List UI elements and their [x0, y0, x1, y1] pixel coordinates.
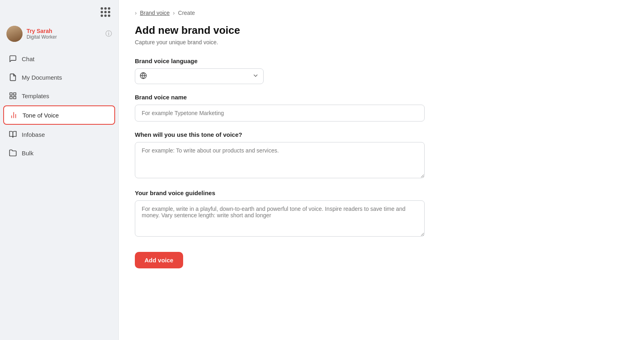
- sidebar-label-tone: Tone of Voice: [23, 112, 59, 119]
- sidebar-item-infobase[interactable]: Infobase: [3, 126, 115, 143]
- breadcrumb-separator: ›: [173, 10, 175, 16]
- page-title: Add new brand voice: [135, 24, 628, 37]
- usage-group: When will you use this tone of voice?: [135, 131, 425, 180]
- sidebar-item-my-documents[interactable]: My Documents: [3, 68, 115, 86]
- sidebar-item-chat[interactable]: Chat: [3, 50, 115, 68]
- bulk-icon: [9, 149, 17, 157]
- tone-icon: [10, 111, 18, 119]
- user-info: Try Sarah Digital Worker: [27, 28, 101, 40]
- guidelines-textarea[interactable]: [135, 200, 425, 237]
- breadcrumb-chevron: ›: [135, 10, 137, 16]
- sidebar-label-bulk: Bulk: [22, 150, 33, 157]
- usage-label: When will you use this tone of voice?: [135, 131, 425, 138]
- user-role: Digital Worker: [27, 34, 101, 40]
- name-label: Brand voice name: [135, 94, 425, 101]
- breadcrumb-parent[interactable]: Brand voice: [140, 10, 170, 16]
- language-select-wrapper: English Spanish French German: [135, 68, 264, 84]
- user-profile[interactable]: Try Sarah Digital Worker ⓘ: [0, 21, 118, 47]
- breadcrumb: › Brand voice › Create: [135, 10, 628, 16]
- svg-rect-1: [14, 93, 16, 95]
- sidebar-nav: Chat My Documents Template: [0, 50, 118, 163]
- sidebar-label-infobase: Infobase: [22, 131, 45, 138]
- globe-icon: [140, 72, 147, 81]
- name-group: Brand voice name: [135, 94, 425, 122]
- infobase-icon: [9, 130, 17, 138]
- sidebar-label-documents: My Documents: [22, 74, 62, 81]
- svg-rect-2: [14, 97, 16, 99]
- sidebar-item-bulk[interactable]: Bulk: [3, 144, 115, 162]
- guidelines-group: Your brand voice guidelines: [135, 190, 425, 238]
- info-icon[interactable]: ⓘ: [105, 30, 112, 38]
- svg-rect-3: [10, 97, 12, 99]
- brand-voice-name-input[interactable]: [135, 105, 425, 122]
- breadcrumb-current: Create: [178, 10, 195, 16]
- user-name: Try Sarah: [27, 28, 101, 34]
- chat-icon: [9, 55, 17, 63]
- avatar: [6, 26, 23, 42]
- add-voice-button[interactable]: Add voice: [135, 252, 183, 268]
- language-label: Brand voice language: [135, 58, 425, 64]
- sidebar-label-templates: Templates: [22, 93, 49, 99]
- sidebar-item-templates[interactable]: Templates: [3, 87, 115, 105]
- svg-rect-0: [10, 93, 12, 95]
- documents-icon: [9, 73, 17, 81]
- sidebar-item-tone-of-voice[interactable]: Tone of Voice: [3, 105, 115, 125]
- usage-textarea[interactable]: [135, 142, 425, 178]
- language-select[interactable]: English Spanish French German: [135, 68, 264, 84]
- logo-icon: [101, 7, 110, 17]
- page-subtitle: Capture your unique brand voice.: [135, 39, 628, 45]
- brand-voice-form: Brand voice language English Spanish Fre…: [135, 58, 425, 268]
- templates-icon: [9, 92, 17, 100]
- guidelines-label: Your brand voice guidelines: [135, 190, 425, 196]
- sidebar: Try Sarah Digital Worker ⓘ Chat My Docum…: [0, 0, 119, 340]
- sidebar-label-chat: Chat: [22, 56, 35, 62]
- language-group: Brand voice language English Spanish Fre…: [135, 58, 425, 84]
- sidebar-logo: [0, 0, 118, 21]
- main-content: › Brand voice › Create Add new brand voi…: [119, 0, 644, 340]
